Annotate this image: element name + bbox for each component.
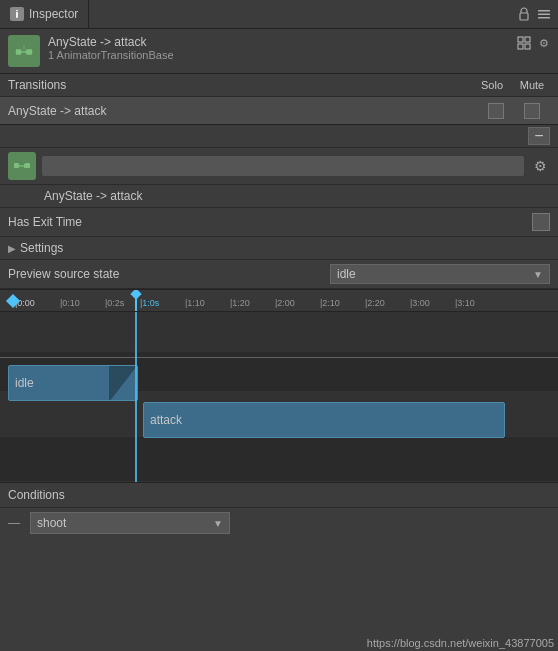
condition-minus-icon: — (8, 516, 20, 530)
header-settings-icon[interactable]: ⚙ (536, 35, 552, 51)
header-title: AnyState -> attack (48, 35, 174, 49)
ruler-tick-7: |2:10 (320, 298, 340, 308)
header-section: AnyState -> attack 1 AnimatorTransitionB… (0, 29, 558, 74)
svg-rect-13 (14, 163, 19, 168)
attack-clip-label: attack (150, 413, 182, 427)
condition-param-label: shoot (37, 516, 66, 530)
transition-row[interactable]: AnyState -> attack (0, 97, 558, 125)
timeline-container: |0:00 |0:10 |0:2s |1:0s |1:10 |1:20 |2:0… (0, 289, 558, 482)
idle-clip-label: idle (15, 376, 34, 390)
sub-transition-row: ⚙ (0, 148, 558, 185)
transition-row-label: AnyState -> attack (8, 104, 478, 118)
ruler-tick-1: |0:10 (60, 298, 80, 308)
condition-param-dropdown[interactable]: shoot ▼ (30, 512, 230, 534)
timeline-tracks: idle attack (0, 312, 558, 482)
has-exit-time-row: Has Exit Time (0, 208, 558, 237)
minus-row: − (0, 125, 558, 148)
transitions-section-header: Transitions Solo Mute (0, 74, 558, 97)
ruler-tick-3: |1:0s (140, 298, 159, 308)
svg-rect-2 (538, 14, 550, 16)
tab-menu-icon[interactable] (536, 6, 552, 22)
tab-bar: i Inspector (0, 0, 558, 29)
solo-checkbox[interactable] (488, 103, 504, 119)
condition-dropdown-arrow: ▼ (213, 518, 223, 529)
header-subtitle: 1 AnimatorTransitionBase (48, 49, 174, 61)
timeline-ruler[interactable]: |0:00 |0:10 |0:2s |1:0s |1:10 |1:20 |2:0… (0, 290, 558, 312)
idle-clip[interactable]: idle (8, 365, 138, 401)
svg-rect-1 (538, 10, 550, 12)
track-row-1 (0, 312, 558, 352)
ruler-tick-4: |1:10 (185, 298, 205, 308)
dropdown-arrow-icon: ▼ (533, 269, 543, 280)
conditions-section: Conditions — shoot ▼ (0, 482, 558, 538)
svg-rect-12 (525, 44, 530, 49)
svg-rect-0 (520, 13, 528, 20)
header-right-icons: ⚙ (516, 35, 552, 51)
mute-col-label: Mute (514, 79, 550, 91)
ruler-tick-10: |3:10 (455, 298, 475, 308)
solo-col-label: Solo (474, 79, 510, 91)
clip-transition-indicator (109, 366, 137, 401)
attack-clip[interactable]: attack (143, 402, 505, 438)
watermark: https://blog.csdn.net/weixin_43877005 (367, 637, 554, 649)
settings-toggle-icon: ▶ (8, 243, 16, 254)
inspector-tab[interactable]: i Inspector (0, 0, 89, 28)
ruler-tick-5: |1:20 (230, 298, 250, 308)
preview-source-label: Preview source state (8, 267, 330, 281)
ruler-tick-2: |0:2s (105, 298, 124, 308)
anystate-label: AnyState -> attack (0, 185, 558, 208)
transitions-col-labels: Solo Mute (474, 79, 550, 91)
condition-row: — shoot ▼ (0, 508, 558, 538)
ruler-tick-8: |2:20 (365, 298, 385, 308)
sub-transition-bar (42, 156, 524, 176)
tab-right-icons (516, 6, 558, 22)
has-exit-time-checkbox[interactable] (532, 213, 550, 231)
settings-label: Settings (20, 241, 63, 255)
conditions-label: Conditions (8, 488, 65, 502)
conditions-header: Conditions (0, 483, 558, 508)
svg-rect-3 (538, 17, 550, 19)
svg-rect-9 (518, 37, 523, 42)
mute-checkbox[interactable] (524, 103, 540, 119)
transitions-label: Transitions (8, 78, 474, 92)
settings-row[interactable]: ▶ Settings (0, 237, 558, 260)
has-exit-time-label: Has Exit Time (8, 215, 532, 229)
preview-source-state-row: Preview source state idle ▼ (0, 260, 558, 289)
track-playhead-line (135, 312, 137, 482)
header-text: AnyState -> attack 1 AnimatorTransitionB… (48, 35, 174, 61)
sub-settings-icon[interactable]: ⚙ (530, 156, 550, 176)
ruler-tick-9: |3:00 (410, 298, 430, 308)
animator-transition-icon (8, 35, 40, 67)
remove-transition-button[interactable]: − (528, 127, 550, 145)
ruler-ticks: |0:00 |0:10 |0:2s |1:0s |1:10 |1:20 |2:0… (0, 290, 558, 311)
svg-rect-4 (16, 49, 21, 54)
track-row-4 (0, 437, 558, 482)
minus-icon: − (534, 128, 543, 144)
sub-transition-icon (8, 152, 36, 180)
svg-rect-10 (525, 37, 530, 42)
preview-source-dropdown[interactable]: idle ▼ (330, 264, 550, 284)
preview-source-value: idle (337, 267, 356, 281)
inspector-tab-icon: i (10, 7, 24, 21)
playhead-line (135, 290, 137, 311)
maximize-icon[interactable] (516, 35, 532, 51)
lock-icon[interactable] (516, 6, 532, 22)
timeline-divider-line (0, 357, 558, 358)
svg-rect-11 (518, 44, 523, 49)
ruler-tick-6: |2:00 (275, 298, 295, 308)
inspector-tab-label: Inspector (29, 7, 78, 21)
